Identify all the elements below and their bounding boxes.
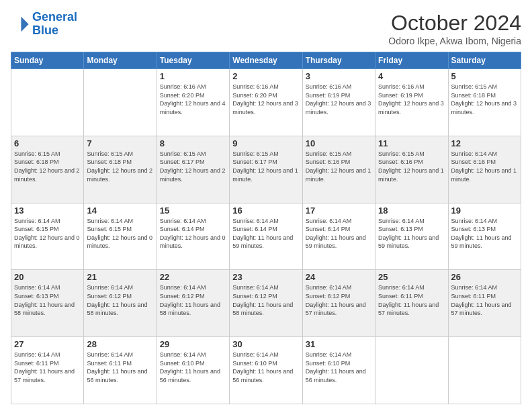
day-number: 20 <box>14 272 81 282</box>
page: General Blue October 2024 Odoro Ikpe, Ak… <box>0 0 532 411</box>
day-info: Sunrise: 6:14 AMSunset: 6:11 PMDaylight:… <box>14 351 81 384</box>
day-number: 5 <box>451 71 518 81</box>
day-info: Sunrise: 6:16 AMSunset: 6:20 PMDaylight:… <box>232 83 299 116</box>
day-info: Sunrise: 6:14 AMSunset: 6:14 PMDaylight:… <box>306 217 372 250</box>
day-info: Sunrise: 6:14 AMSunset: 6:14 PMDaylight:… <box>232 217 299 250</box>
svg-marker-0 <box>21 17 28 32</box>
logo-line2: Blue <box>32 24 58 37</box>
calendar-row: 20Sunrise: 6:14 AMSunset: 6:13 PMDayligh… <box>11 270 521 337</box>
day-info: Sunrise: 6:14 AMSunset: 6:10 PMDaylight:… <box>160 351 226 384</box>
day-info: Sunrise: 6:16 AMSunset: 6:20 PMDaylight:… <box>160 83 226 116</box>
calendar-cell: 5Sunrise: 6:15 AMSunset: 6:18 PMDaylight… <box>448 69 521 136</box>
calendar-cell: 27Sunrise: 6:14 AMSunset: 6:11 PMDayligh… <box>11 337 84 404</box>
day-number: 15 <box>160 205 226 216</box>
calendar-cell: 29Sunrise: 6:14 AMSunset: 6:10 PMDayligh… <box>157 337 229 404</box>
calendar-cell: 20Sunrise: 6:14 AMSunset: 6:13 PMDayligh… <box>11 270 84 337</box>
calendar-cell: 9Sunrise: 6:15 AMSunset: 6:17 PMDaylight… <box>230 136 302 203</box>
day-number: 18 <box>378 205 445 216</box>
logo-line1: General <box>32 10 77 24</box>
day-number: 13 <box>14 205 81 216</box>
calendar-cell: 17Sunrise: 6:14 AMSunset: 6:14 PMDayligh… <box>302 203 375 270</box>
day-info: Sunrise: 6:15 AMSunset: 6:18 PMDaylight:… <box>451 83 518 116</box>
calendar-cell: 1Sunrise: 6:16 AMSunset: 6:20 PMDaylight… <box>157 69 229 136</box>
header-cell: Wednesday <box>230 52 302 69</box>
day-info: Sunrise: 6:14 AMSunset: 6:13 PMDaylight:… <box>378 217 445 250</box>
calendar-cell: 28Sunrise: 6:14 AMSunset: 6:11 PMDayligh… <box>84 337 157 404</box>
day-info: Sunrise: 6:14 AMSunset: 6:12 PMDaylight:… <box>87 283 153 317</box>
calendar-cell: 11Sunrise: 6:15 AMSunset: 6:16 PMDayligh… <box>375 136 448 203</box>
day-info: Sunrise: 6:15 AMSunset: 6:16 PMDaylight:… <box>306 150 372 183</box>
day-number: 11 <box>378 138 445 148</box>
calendar-row: 6Sunrise: 6:15 AMSunset: 6:18 PMDaylight… <box>11 136 521 203</box>
calendar-cell: 22Sunrise: 6:14 AMSunset: 6:12 PMDayligh… <box>157 270 229 337</box>
header: General Blue October 2024 Odoro Ikpe, Ak… <box>11 11 521 46</box>
calendar-cell: 23Sunrise: 6:14 AMSunset: 6:12 PMDayligh… <box>230 270 302 337</box>
calendar-cell: 8Sunrise: 6:15 AMSunset: 6:17 PMDaylight… <box>157 136 229 203</box>
day-number: 24 <box>306 272 372 282</box>
calendar-cell <box>375 337 448 404</box>
calendar-row: 1Sunrise: 6:16 AMSunset: 6:20 PMDaylight… <box>11 69 521 136</box>
header-cell: Tuesday <box>157 52 229 69</box>
day-info: Sunrise: 6:14 AMSunset: 6:10 PMDaylight:… <box>306 351 372 384</box>
day-number: 19 <box>451 205 518 216</box>
day-info: Sunrise: 6:14 AMSunset: 6:11 PMDaylight:… <box>87 351 153 384</box>
header-row: SundayMondayTuesdayWednesdayThursdayFrid… <box>11 52 521 69</box>
day-info: Sunrise: 6:14 AMSunset: 6:13 PMDaylight:… <box>451 217 518 250</box>
logo-icon <box>11 15 30 34</box>
calendar-cell: 16Sunrise: 6:14 AMSunset: 6:14 PMDayligh… <box>230 203 302 270</box>
calendar-cell: 26Sunrise: 6:14 AMSunset: 6:11 PMDayligh… <box>448 270 521 337</box>
day-info: Sunrise: 6:15 AMSunset: 6:18 PMDaylight:… <box>87 150 153 183</box>
day-number: 25 <box>378 272 445 282</box>
calendar-cell: 13Sunrise: 6:14 AMSunset: 6:15 PMDayligh… <box>11 203 84 270</box>
title-block: October 2024 Odoro Ikpe, Akwa Ibom, Nige… <box>388 11 521 46</box>
day-info: Sunrise: 6:14 AMSunset: 6:13 PMDaylight:… <box>14 283 81 317</box>
day-number: 4 <box>378 71 445 81</box>
day-number: 23 <box>232 272 299 282</box>
day-info: Sunrise: 6:14 AMSunset: 6:11 PMDaylight:… <box>378 283 445 317</box>
day-info: Sunrise: 6:15 AMSunset: 6:17 PMDaylight:… <box>160 150 226 183</box>
calendar-cell: 15Sunrise: 6:14 AMSunset: 6:14 PMDayligh… <box>157 203 229 270</box>
calendar-cell: 18Sunrise: 6:14 AMSunset: 6:13 PMDayligh… <box>375 203 448 270</box>
calendar-cell: 7Sunrise: 6:15 AMSunset: 6:18 PMDaylight… <box>84 136 157 203</box>
day-number: 29 <box>160 339 226 349</box>
day-info: Sunrise: 6:14 AMSunset: 6:15 PMDaylight:… <box>14 217 81 250</box>
calendar-cell: 12Sunrise: 6:14 AMSunset: 6:16 PMDayligh… <box>448 136 521 203</box>
calendar-cell: 19Sunrise: 6:14 AMSunset: 6:13 PMDayligh… <box>448 203 521 270</box>
calendar-row: 27Sunrise: 6:14 AMSunset: 6:11 PMDayligh… <box>11 337 521 404</box>
header-cell: Friday <box>375 52 448 69</box>
calendar-table: SundayMondayTuesdayWednesdayThursdayFrid… <box>11 52 521 404</box>
day-number: 21 <box>87 272 153 282</box>
calendar-cell: 2Sunrise: 6:16 AMSunset: 6:20 PMDaylight… <box>230 69 302 136</box>
location: Odoro Ikpe, Akwa Ibom, Nigeria <box>388 36 521 46</box>
calendar-row: 13Sunrise: 6:14 AMSunset: 6:15 PMDayligh… <box>11 203 521 270</box>
calendar-cell: 10Sunrise: 6:15 AMSunset: 6:16 PMDayligh… <box>302 136 375 203</box>
calendar-cell: 21Sunrise: 6:14 AMSunset: 6:12 PMDayligh… <box>84 270 157 337</box>
day-info: Sunrise: 6:14 AMSunset: 6:16 PMDaylight:… <box>451 150 518 183</box>
day-number: 1 <box>160 71 226 81</box>
logo: General Blue <box>11 11 77 38</box>
day-number: 22 <box>160 272 226 282</box>
day-number: 9 <box>232 138 299 148</box>
header-cell: Sunday <box>11 52 84 69</box>
day-info: Sunrise: 6:15 AMSunset: 6:18 PMDaylight:… <box>14 150 81 183</box>
day-info: Sunrise: 6:14 AMSunset: 6:12 PMDaylight:… <box>232 283 299 317</box>
day-number: 17 <box>306 205 372 216</box>
day-number: 31 <box>306 339 372 349</box>
day-info: Sunrise: 6:14 AMSunset: 6:14 PMDaylight:… <box>160 217 226 250</box>
day-info: Sunrise: 6:14 AMSunset: 6:10 PMDaylight:… <box>232 351 299 384</box>
day-info: Sunrise: 6:15 AMSunset: 6:17 PMDaylight:… <box>232 150 299 183</box>
calendar-cell: 25Sunrise: 6:14 AMSunset: 6:11 PMDayligh… <box>375 270 448 337</box>
day-number: 27 <box>14 339 81 349</box>
day-number: 12 <box>451 138 518 148</box>
calendar-cell: 24Sunrise: 6:14 AMSunset: 6:12 PMDayligh… <box>302 270 375 337</box>
calendar-cell <box>11 69 84 136</box>
day-info: Sunrise: 6:15 AMSunset: 6:16 PMDaylight:… <box>378 150 445 183</box>
day-number: 6 <box>14 138 81 148</box>
header-cell: Monday <box>84 52 157 69</box>
day-info: Sunrise: 6:14 AMSunset: 6:12 PMDaylight:… <box>306 283 372 317</box>
calendar-cell: 4Sunrise: 6:16 AMSunset: 6:19 PMDaylight… <box>375 69 448 136</box>
day-number: 14 <box>87 205 153 216</box>
header-cell: Saturday <box>448 52 521 69</box>
day-number: 7 <box>87 138 153 148</box>
calendar-cell: 31Sunrise: 6:14 AMSunset: 6:10 PMDayligh… <box>302 337 375 404</box>
